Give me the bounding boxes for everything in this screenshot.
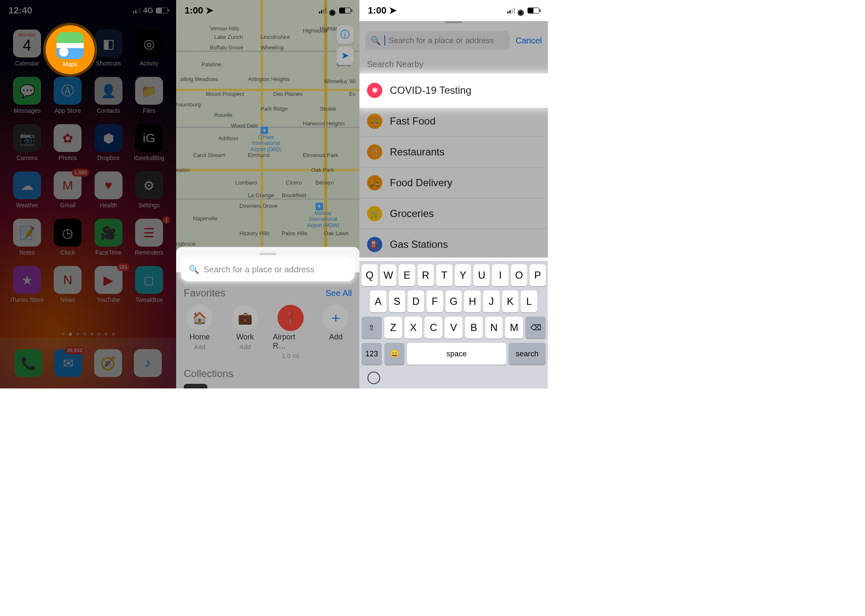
app-activity[interactable]: ◎Activity [131, 30, 168, 67]
key-search[interactable]: search [509, 343, 546, 365]
key-U[interactable]: U [473, 264, 490, 286]
collection-name[interactable]: My Places [213, 387, 256, 388]
favorite-work[interactable]: 💼WorkAdd [228, 305, 263, 359]
dock-app-phone[interactable]: 📞 [14, 349, 42, 377]
fork-icon: 🍴 [367, 144, 382, 160]
map-location-button[interactable]: ➤ [337, 46, 354, 65]
key-V[interactable]: V [445, 317, 462, 339]
dock-app-mail[interactable]: ✉29,932 [54, 349, 82, 377]
app-news[interactable]: NNews [49, 266, 86, 303]
airport-icon[interactable]: ✈ [261, 127, 268, 134]
key-emoji[interactable]: 😀 [384, 343, 405, 365]
favorite-add[interactable]: ＋Add [318, 305, 354, 359]
app-appstore[interactable]: ⒶApp Store [49, 77, 86, 114]
app-weather[interactable]: ☁Weather [8, 171, 46, 209]
key-G[interactable]: G [446, 290, 462, 312]
app-health[interactable]: ♥Health [90, 171, 127, 209]
key-T[interactable]: T [436, 264, 452, 286]
map-place-label: Vernon Hills [210, 25, 239, 32]
category-delivery[interactable]: 🛵Food Delivery [359, 168, 548, 198]
maps-app-highlight[interactable]: Maps [46, 25, 95, 74]
key-H[interactable]: H [464, 290, 481, 312]
key-M[interactable]: M [505, 317, 523, 339]
key-E[interactable]: E [399, 264, 415, 286]
key-S[interactable]: S [389, 290, 405, 312]
globe-icon[interactable] [367, 372, 380, 384]
app-messages[interactable]: 💬Messages [8, 77, 46, 114]
key-R[interactable]: R [418, 264, 434, 286]
key-B[interactable]: B [465, 317, 483, 339]
battery-icon [339, 8, 351, 14]
category-cart[interactable]: 🛒Groceries [359, 198, 548, 229]
dock-app-music[interactable]: ♪ [134, 349, 162, 377]
network-label: 4G [143, 6, 153, 15]
key-I[interactable]: I [492, 264, 508, 286]
key-K[interactable]: K [502, 290, 519, 312]
map-place-label: Palatine [201, 61, 221, 68]
dock-app-safari[interactable]: 🧭 [94, 349, 122, 377]
map-place-label: Naperville [193, 215, 218, 222]
maps-bottom-sheet[interactable]: 🔍 Search for a place or address Favorite… [176, 247, 359, 388]
app-label: Camera [16, 155, 38, 161]
key-P[interactable]: P [530, 264, 546, 286]
app-photos[interactable]: ✿Photos [49, 124, 86, 161]
key-C[interactable]: C [424, 317, 442, 339]
panel-maps-app: Vernon HillsLake ZurichLincolnshireHighw… [176, 0, 359, 388]
app-label: News [60, 296, 75, 303]
airport-icon[interactable]: ✈ [316, 203, 323, 210]
key-Q[interactable]: Q [362, 264, 378, 286]
key-X[interactable]: X [405, 317, 422, 339]
key-N[interactable]: N [485, 317, 503, 339]
sheet-grabber[interactable] [445, 21, 462, 23]
key-W[interactable]: W [380, 264, 396, 286]
airport-mdw-label: Midway International Airport (MDW) [302, 210, 344, 228]
app-itunes[interactable]: ★iTunes Store [8, 266, 46, 303]
key-L[interactable]: L [521, 290, 537, 312]
key-Z[interactable]: Z [384, 317, 402, 339]
key-J[interactable]: J [483, 290, 500, 312]
app-youtube[interactable]: ▶161YouTube [90, 266, 127, 303]
search-input[interactable]: 🔍 Search for a place or address [365, 31, 510, 50]
map-place-label: Winnetka [324, 78, 347, 84]
see-all-link[interactable]: See All [326, 288, 352, 298]
key-O[interactable]: O [511, 264, 527, 286]
app-dropbox[interactable]: ⬢Dropbox [90, 124, 127, 161]
app-reminders[interactable]: ☰1Reminders [131, 219, 168, 256]
key-D[interactable]: D [408, 290, 424, 312]
app-settings[interactable]: ⚙Settings [131, 171, 168, 209]
sheet-grabber[interactable] [259, 253, 276, 255]
key-backspace[interactable]: ⌫ [525, 317, 546, 339]
category-fork[interactable]: 🍴Restaurants [359, 137, 548, 168]
key-A[interactable]: A [370, 290, 386, 312]
app-clock[interactable]: ◷Clock [49, 219, 86, 256]
search-bar[interactable]: 🔍 Search for a place or address [183, 259, 353, 280]
app-facetime[interactable]: 🎥FaceTime [90, 219, 127, 256]
app-contacts[interactable]: 👤Contacts [90, 77, 127, 114]
key-shift[interactable]: ⇧ [362, 317, 382, 339]
cancel-button[interactable]: Cancel [516, 36, 542, 46]
map-info-button[interactable]: ⓘ [337, 25, 354, 44]
key-Y[interactable]: Y [455, 264, 471, 286]
key-123[interactable]: 123 [362, 343, 382, 365]
app-files[interactable]: 📁Files [131, 77, 168, 114]
app-calendar[interactable]: Monday4Calendar [8, 30, 46, 67]
work-icon: 💼 [232, 305, 258, 331]
category-burger[interactable]: 🍔Fast Food [359, 106, 548, 137]
app-camera[interactable]: 📷Camera [8, 124, 46, 161]
key-space[interactable]: space [407, 343, 506, 365]
app-igeeks[interactable]: iGiGeeksBlog [131, 124, 168, 161]
favorite-pin[interactable]: 📍Airport R…1.0 mi [273, 305, 308, 359]
reminders-icon: ☰ [135, 219, 163, 247]
page-indicator[interactable] [0, 333, 176, 336]
search-icon: 🔍 [370, 35, 381, 46]
app-notes[interactable]: 📝Notes [8, 219, 46, 256]
map-place-label: Park Ridge [261, 106, 288, 112]
category-gas[interactable]: ⛽Gas Stations [359, 229, 548, 260]
app-gmail[interactable]: M1,883Gmail [49, 171, 86, 209]
category-medical[interactable]: ✱COVID-19 Testing [359, 75, 548, 106]
favorite-home[interactable]: 🏠HomeAdd [182, 305, 218, 359]
add-icon: ＋ [323, 305, 349, 331]
key-F[interactable]: F [427, 290, 443, 312]
app-tweakbox[interactable]: ◻TweakBox [131, 266, 168, 303]
app-shortcuts[interactable]: ◧Shortcuts [90, 30, 127, 67]
